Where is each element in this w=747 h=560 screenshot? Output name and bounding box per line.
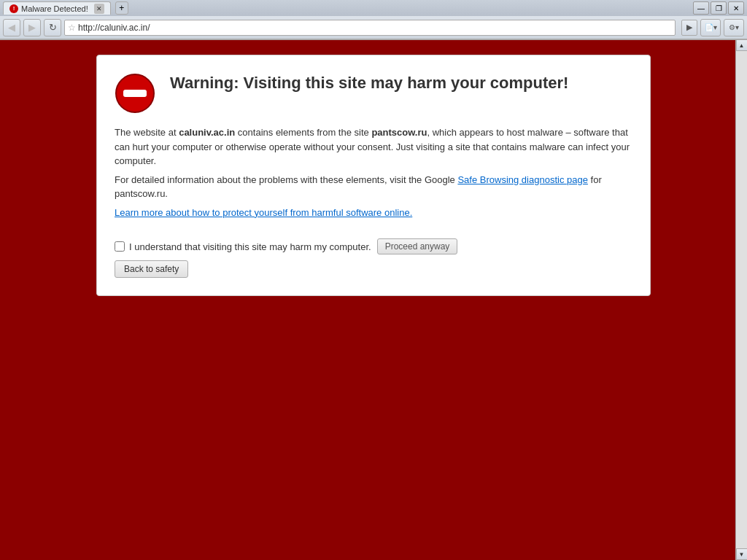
close-button[interactable]: ✕ (728, 1, 744, 15)
address-bar[interactable]: ☆ (64, 20, 676, 36)
malware-site-url: pantscow.ru (371, 127, 427, 138)
vertical-scrollbar[interactable]: ▲ ▼ (735, 39, 747, 560)
scroll-down-button[interactable]: ▼ (736, 548, 748, 560)
site-url: caluniv.ac.in (179, 127, 235, 138)
warning-title: Warning: Visiting this site may harm you… (170, 73, 568, 94)
back-to-safety-button[interactable]: Back to safety (115, 260, 188, 278)
warning-paragraph-3: Learn more about how to protect yourself… (115, 206, 632, 220)
go-button[interactable]: ▶ (681, 20, 697, 36)
back-button-container: Back to safety (115, 260, 632, 278)
checkbox-text: I understand that visiting this site may… (129, 241, 371, 252)
warning-header: Warning: Visiting this site may harm you… (115, 73, 632, 114)
body-text-mid: contains elements from the site (235, 127, 371, 138)
forward-button[interactable]: ▶ (23, 19, 41, 36)
safe-browsing-link[interactable]: Safe Browsing diagnostic page (457, 174, 588, 185)
tools-menu-button[interactable]: ⚙▾ (724, 19, 744, 36)
warning-paragraph-2: For detailed information about the probl… (115, 173, 632, 201)
understand-checkbox-label[interactable]: I understand that visiting this site may… (115, 241, 371, 252)
page-menu-button[interactable]: 📄▾ (700, 19, 721, 36)
tab-strip: ! Malware Detected! ✕ + (3, 1, 128, 15)
navigation-bar: ◀ ▶ ↻ ☆ ▶ 📄▾ ⚙▾ (0, 16, 747, 39)
minimize-button[interactable]: — (693, 1, 709, 15)
warning-actions: I understand that visiting this site may… (115, 238, 632, 254)
scroll-up-button[interactable]: ▲ (736, 39, 748, 51)
url-input[interactable] (78, 23, 672, 33)
window-controls: — ❐ ✕ (693, 1, 744, 15)
title-bar: ! Malware Detected! ✕ + — ❐ ✕ (0, 0, 747, 16)
body-text-2-pre: For detailed information about the probl… (115, 174, 457, 185)
back-button[interactable]: ◀ (3, 19, 20, 36)
understand-checkbox[interactable] (115, 241, 125, 252)
maximize-button[interactable]: ❐ (711, 1, 727, 15)
learn-more-link[interactable]: Learn more about how to protect yourself… (115, 207, 412, 218)
new-tab-button[interactable]: + (115, 1, 128, 15)
proceed-anyway-button[interactable]: Proceed anyway (377, 238, 458, 254)
tab-title: Malware Detected! (21, 4, 88, 13)
reload-button[interactable]: ↻ (44, 19, 61, 36)
tab-close-button[interactable]: ✕ (94, 4, 104, 14)
warning-card: Warning: Visiting this site may harm you… (96, 55, 651, 296)
scroll-track (736, 51, 747, 548)
warning-body: The website at caluniv.ac.in contains el… (115, 125, 632, 224)
warning-icon (115, 73, 155, 114)
body-text-pre: The website at (115, 127, 179, 138)
tab-favicon: ! (9, 4, 18, 13)
warning-paragraph-1: The website at caluniv.ac.in contains el… (115, 125, 632, 168)
page-content: Warning: Visiting this site may harm you… (0, 40, 747, 560)
active-tab[interactable]: ! Malware Detected! ✕ (3, 1, 111, 15)
bookmark-star-icon[interactable]: ☆ (68, 23, 76, 33)
svg-rect-1 (123, 90, 147, 97)
